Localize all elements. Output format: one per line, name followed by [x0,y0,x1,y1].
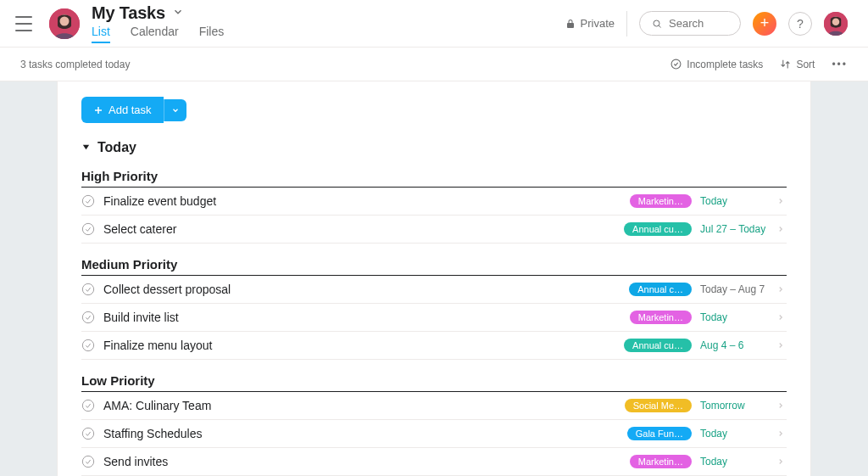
svg-marker-11 [83,145,89,150]
due-date: Today [700,456,768,468]
due-date: Today – Aug 7 [700,283,768,295]
due-date: Today [700,311,768,323]
subgroup-title: Medium Priority [81,257,787,276]
chevron-right-icon[interactable] [776,455,787,468]
project-pill[interactable]: Marketin… [630,455,692,468]
task-row[interactable]: AMA: Culinary TeamSocial Me…Tomorrow [81,392,787,420]
collapse-icon[interactable] [81,141,91,154]
check-circle-icon[interactable] [81,455,95,468]
chevron-right-icon[interactable] [776,311,787,324]
task-row[interactable]: Select catererAnnual cu…Jul 27 – Today [81,216,787,244]
check-circle-icon[interactable] [81,283,95,296]
check-circle-icon[interactable] [81,222,95,236]
status-text: 3 tasks completed today [20,59,130,70]
project-pill[interactable]: Gala Fun… [627,427,692,440]
project-pill[interactable]: Marketin… [630,311,692,324]
check-circle-icon[interactable] [81,399,95,412]
task-name[interactable]: Select caterer [103,222,615,236]
task-name[interactable]: AMA: Culinary Team [103,399,616,412]
section-title: Today [97,140,136,155]
task-row[interactable]: Finalize event budgetMarketin…Today [81,188,787,216]
task-name[interactable]: Build invite list [103,311,621,324]
tabs: ListCalendarFiles [92,25,224,43]
project-pill[interactable]: Marketin… [630,194,692,208]
more-icon[interactable]: ••• [832,59,848,70]
sort-icon [780,59,791,70]
task-name[interactable]: Staffing Schedules [103,427,619,440]
private-button[interactable]: Private [565,17,615,30]
plus-icon [93,105,103,115]
tab-files[interactable]: Files [199,25,225,43]
due-date: Today [700,428,768,440]
search-box[interactable] [639,11,741,36]
chevron-right-icon[interactable] [776,399,787,412]
task-row[interactable]: Staffing SchedulesGala Fun…Today [81,420,787,448]
check-circle-icon[interactable] [81,427,95,440]
svg-point-13 [82,223,93,234]
global-add-button[interactable]: + [753,12,776,36]
chevron-down-icon[interactable] [172,6,184,20]
right-tools: Private + ? [565,11,848,36]
task-row[interactable]: Build invite listMarketin…Today [81,304,787,332]
task-name[interactable]: Collect dessert proposal [103,283,620,296]
task-row[interactable]: Finalize menu layoutAnnual cu…Aug 4 – 6 [81,332,787,360]
svg-point-7 [832,18,840,25]
check-circle-icon[interactable] [81,311,95,324]
chevron-right-icon[interactable] [776,283,787,296]
task-row[interactable]: Send invitesMarketin…Today [81,448,787,476]
divider [626,11,627,36]
chevron-right-icon[interactable] [776,427,787,440]
due-date: Aug 4 – 6 [700,339,768,351]
add-task-dropdown[interactable] [164,99,186,121]
svg-point-3 [654,20,659,26]
add-task-button[interactable]: Add task [81,97,164,123]
search-input[interactable] [669,17,728,30]
subgroup: High PriorityFinalize event budgetMarket… [81,169,787,244]
subgroup: Low PriorityAMA: Culinary TeamSocial Me…… [81,373,787,476]
avatar[interactable] [49,8,80,39]
chevron-right-icon[interactable] [776,194,787,208]
subgroup: Medium PriorityCollect dessert proposalA… [81,257,787,360]
section-header: Today [81,140,787,155]
project-pill[interactable]: Annual cu… [624,339,692,352]
filter-button[interactable]: Incomplete tasks [670,59,763,70]
check-circle-icon [670,59,682,70]
avatar-small[interactable] [824,12,848,36]
subgroup-title: High Priority [81,169,787,188]
project-pill[interactable]: Annual cu… [624,222,692,236]
svg-point-8 [671,59,681,69]
svg-point-17 [82,400,93,411]
project-pill[interactable]: Social Me… [625,399,692,412]
due-date: Tomorrow [700,400,768,412]
topbar: My Tasks ListCalendarFiles Private + ? [0,0,868,48]
task-row[interactable]: Collect dessert proposalAnnual c…Today –… [81,276,787,304]
add-task-label: Add task [108,104,152,116]
chevron-right-icon[interactable] [776,222,787,236]
svg-point-14 [82,283,93,294]
task-name[interactable]: Send invites [103,455,621,468]
check-circle-icon[interactable] [81,194,95,208]
tab-calendar[interactable]: Calendar [131,25,179,43]
svg-line-4 [659,25,660,27]
svg-point-2 [60,16,70,25]
chevron-right-icon[interactable] [776,339,787,352]
check-circle-icon[interactable] [81,339,95,352]
menu-icon[interactable] [15,16,32,31]
task-name[interactable]: Finalize menu layout [103,339,615,352]
task-name[interactable]: Finalize event budget [103,194,621,208]
help-button[interactable]: ? [788,12,812,36]
chevron-down-icon [171,106,180,115]
search-icon [652,18,662,30]
subgroup-title: Low Priority [81,373,787,392]
due-date: Jul 27 – Today [700,223,768,235]
private-label: Private [581,17,615,30]
filter-label: Incomplete tasks [687,59,763,70]
title-area: My Tasks ListCalendarFiles [92,3,224,43]
page-title: My Tasks [92,3,165,23]
svg-point-18 [82,428,93,439]
svg-point-19 [82,456,93,467]
task-panel: Add task TodayHigh PriorityFinalize even… [57,81,811,476]
project-pill[interactable]: Annual c… [629,283,692,296]
tab-list[interactable]: List [92,25,110,43]
sort-button[interactable]: Sort [780,59,815,70]
